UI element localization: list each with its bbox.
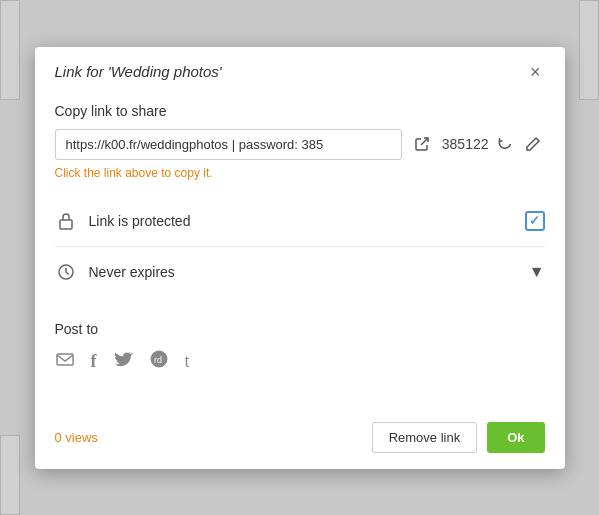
modal-dialog: Link for 'Wedding photos' × Copy link to… xyxy=(35,47,565,469)
edit-password-button[interactable] xyxy=(521,132,545,156)
tumblr-share-button[interactable]: t xyxy=(185,351,190,372)
twitter-share-button[interactable] xyxy=(113,349,133,374)
remove-link-button[interactable]: Remove link xyxy=(372,422,478,453)
modal-body: Copy link to share 385122 xyxy=(35,93,565,410)
modal-title-prefix: Link for xyxy=(55,63,108,80)
external-link-icon xyxy=(414,136,430,152)
clock-icon xyxy=(56,262,76,282)
svg-rect-3 xyxy=(57,354,73,365)
email-share-button[interactable] xyxy=(55,349,75,374)
svg-line-0 xyxy=(421,138,428,145)
svg-rect-1 xyxy=(60,220,72,229)
reddit-share-button[interactable]: rd xyxy=(149,349,169,374)
link-row: 385122 xyxy=(55,129,545,160)
ok-button[interactable]: Ok xyxy=(487,422,544,453)
clock-icon-container xyxy=(55,261,77,283)
lock-icon-container xyxy=(55,210,77,232)
reddit-icon: rd xyxy=(149,349,169,369)
facebook-share-button[interactable]: f xyxy=(91,351,97,372)
modal-overlay: Link for 'Wedding photos' × Copy link to… xyxy=(0,0,599,515)
modal-header: Link for 'Wedding photos' × xyxy=(35,47,565,93)
svg-text:rd: rd xyxy=(154,355,162,365)
password-value: 385122 xyxy=(442,136,489,152)
social-icons-row: f rd t xyxy=(55,349,545,374)
copy-link-button[interactable] xyxy=(410,132,434,156)
link-input[interactable] xyxy=(55,129,402,160)
protect-option-left: Link is protected xyxy=(55,210,191,232)
expires-label: Never expires xyxy=(89,264,175,280)
footer-buttons: Remove link Ok xyxy=(372,422,545,453)
modal-title: Link for 'Wedding photos' xyxy=(55,63,222,80)
protect-checkbox[interactable] xyxy=(525,211,545,231)
edit-icon xyxy=(525,136,541,152)
copy-section-label: Copy link to share xyxy=(55,103,545,119)
close-button[interactable]: × xyxy=(526,63,545,81)
protect-label: Link is protected xyxy=(89,213,191,229)
expires-dropdown-arrow[interactable]: ▼ xyxy=(529,263,545,281)
protect-option-row: Link is protected xyxy=(55,196,545,247)
lock-icon xyxy=(56,211,76,231)
twitter-icon xyxy=(113,349,133,369)
email-icon xyxy=(55,349,75,369)
views-count: 0 views xyxy=(55,430,98,445)
expires-option-row: Never expires ▼ xyxy=(55,247,545,297)
hint-text: Click the link above to copy it. xyxy=(55,166,545,180)
refresh-icon xyxy=(497,136,513,152)
expires-option-left: Never expires xyxy=(55,261,175,283)
refresh-password-button[interactable] xyxy=(493,132,517,156)
post-section: Post to f xyxy=(55,321,545,374)
password-display: 385122 xyxy=(442,132,545,156)
modal-footer: 0 views Remove link Ok xyxy=(35,410,565,469)
modal-title-name: 'Wedding photos' xyxy=(108,63,222,80)
post-label: Post to xyxy=(55,321,545,337)
